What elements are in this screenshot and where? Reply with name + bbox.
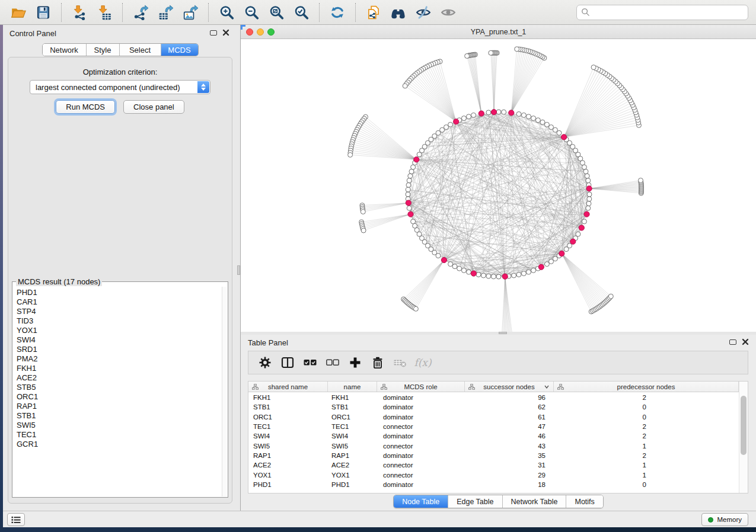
tab-node-table[interactable]: Node Table (394, 495, 448, 508)
scrollbar-thumb[interactable] (741, 396, 747, 455)
network-search-box[interactable] (576, 5, 748, 20)
open-session-icon[interactable] (8, 2, 29, 23)
mcds-hub-node[interactable] (502, 274, 508, 279)
network-leaf-node[interactable] (591, 65, 596, 70)
network-leaf-node[interactable] (403, 84, 407, 88)
close-panel-button[interactable]: Close panel (123, 100, 184, 114)
mcds-hub-node[interactable] (408, 211, 413, 217)
table-row[interactable]: FKH1FKH1dominator962 (248, 393, 739, 402)
network-node[interactable] (407, 178, 412, 183)
network-leaf-node[interactable] (465, 54, 470, 59)
select-all-rows-icon[interactable] (301, 353, 320, 372)
network-node[interactable] (587, 192, 592, 197)
mcds-result-item[interactable]: SWI5 (17, 421, 222, 430)
network-node[interactable] (452, 264, 457, 269)
network-node[interactable] (582, 219, 586, 224)
close-panel-icon[interactable] (742, 338, 749, 345)
tab-mcds[interactable]: MCDS (161, 44, 198, 56)
mcds-hub-node[interactable] (454, 119, 459, 124)
network-node[interactable] (476, 273, 481, 277)
import-network-icon[interactable] (69, 2, 90, 23)
network-node[interactable] (521, 113, 526, 117)
run-mcds-button[interactable]: Run MCDS (56, 100, 115, 114)
network-node[interactable] (586, 178, 591, 183)
splitter-grip[interactable] (499, 332, 507, 334)
table-row[interactable]: STB1STB1dominator620 (248, 402, 739, 412)
zoom-fit-icon[interactable] (266, 2, 287, 23)
network-titlebar[interactable]: YPA_prune.txt_1 (241, 25, 756, 39)
node-table-body[interactable]: FKH1FKH1dominator962STB1STB1dominator620… (248, 393, 739, 493)
network-node[interactable] (444, 125, 449, 130)
task-history-button[interactable] (7, 513, 25, 526)
mcds-result-list[interactable]: PHD1CAR1STP4TID3YOX1SWI4SRD1PMA2FKH1ACE2… (13, 287, 222, 496)
mcds-hub-node[interactable] (509, 110, 514, 116)
network-node[interactable] (496, 110, 501, 114)
network-node[interactable] (516, 273, 521, 277)
mcds-result-item[interactable]: STB1 (17, 411, 222, 421)
mcds-hub-node[interactable] (538, 264, 544, 270)
network-node[interactable] (436, 254, 441, 258)
network-node[interactable] (411, 219, 416, 224)
network-node[interactable] (461, 116, 466, 121)
network-node[interactable] (531, 116, 536, 121)
network-node[interactable] (496, 274, 501, 279)
network-node[interactable] (461, 268, 466, 273)
column-header-shared-name[interactable]: shared name (248, 382, 328, 392)
mcds-result-item[interactable]: SRD1 (17, 345, 222, 354)
column-header-name[interactable]: name (328, 382, 377, 392)
network-node[interactable] (467, 270, 471, 274)
zoom-selected-icon[interactable] (291, 2, 312, 23)
criterion-dropdown[interactable]: largest connected component (undirected) (30, 80, 210, 94)
delete-column-icon[interactable] (368, 353, 387, 372)
network-node[interactable] (491, 274, 496, 279)
network-node[interactable] (531, 268, 536, 273)
network-node[interactable] (549, 125, 554, 130)
network-node[interactable] (408, 174, 413, 178)
close-panel-icon[interactable] (222, 29, 229, 36)
show-all-icon[interactable] (438, 2, 459, 23)
mcds-result-item[interactable]: STP4 (17, 307, 222, 316)
zoom-in-icon[interactable] (216, 2, 237, 23)
mcds-hub-node[interactable] (441, 257, 446, 262)
column-header-successor-nodes[interactable]: successor nodes (465, 382, 554, 392)
network-node[interactable] (582, 165, 586, 169)
network-node[interactable] (406, 187, 410, 192)
network-node[interactable] (486, 274, 491, 278)
network-node[interactable] (448, 262, 453, 267)
hide-selected-icon[interactable] (413, 2, 434, 23)
memory-button[interactable]: Memory (701, 513, 748, 526)
network-node[interactable] (502, 110, 506, 114)
zoom-out-icon[interactable] (241, 2, 262, 23)
network-node[interactable] (587, 197, 592, 201)
mcds-result-item[interactable]: TEC1 (17, 430, 222, 440)
network-node[interactable] (512, 273, 516, 278)
network-node[interactable] (540, 120, 545, 124)
mcds-result-item[interactable]: YOX1 (17, 326, 222, 335)
mcds-hub-node[interactable] (570, 239, 576, 244)
mcds-result-item[interactable]: PMA2 (17, 354, 222, 364)
table-settings-gear-icon[interactable] (256, 353, 275, 372)
network-node[interactable] (576, 232, 580, 236)
network-node[interactable] (586, 201, 591, 206)
network-canvas[interactable] (241, 39, 756, 332)
network-node[interactable] (553, 127, 557, 132)
mcds-list-scrollbar[interactable] (222, 287, 227, 496)
network-leaf-node[interactable] (608, 294, 613, 299)
float-panel-icon[interactable] (729, 339, 736, 345)
network-leaf-node[interactable] (361, 209, 365, 214)
column-header-predecessor-nodes[interactable]: predecessor nodes (554, 382, 739, 392)
mcds-result-item[interactable]: STB5 (17, 383, 222, 392)
network-node[interactable] (516, 112, 521, 117)
network-node[interactable] (467, 114, 471, 119)
search-input[interactable] (593, 8, 744, 17)
tab-motifs[interactable]: Motifs (566, 495, 602, 508)
import-table-icon[interactable] (94, 2, 115, 23)
tab-network-table[interactable]: Network Table (503, 495, 567, 508)
mcds-result-item[interactable]: ACE2 (17, 373, 222, 383)
mcds-result-item[interactable]: PHD1 (17, 288, 222, 297)
network-node[interactable] (406, 192, 410, 197)
mcds-hub-node[interactable] (586, 186, 592, 191)
network-node[interactable] (544, 122, 549, 127)
network-node[interactable] (407, 206, 412, 210)
mcds-hub-node[interactable] (579, 225, 584, 230)
